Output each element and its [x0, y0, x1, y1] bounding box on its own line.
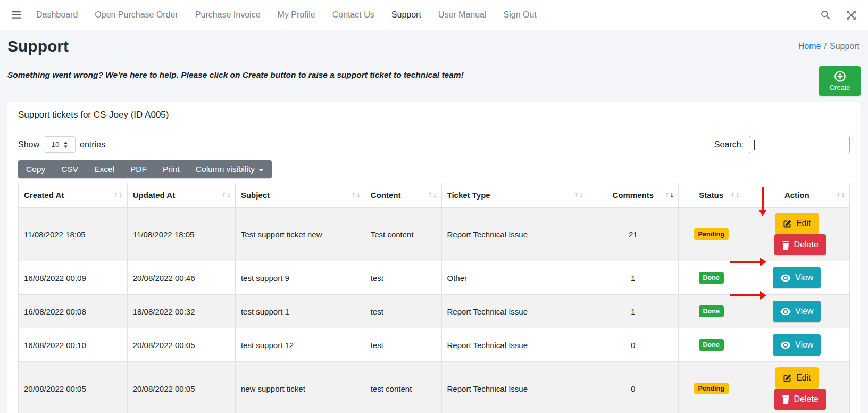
cell-created-at: 16/08/2022 00:10: [19, 328, 128, 362]
cell-status: Pending: [678, 362, 744, 413]
create-button-label: Create: [829, 84, 850, 92]
delete-button[interactable]: Delete: [774, 234, 826, 255]
breadcrumb-separator: /: [824, 42, 827, 51]
edit-button[interactable]: Edit: [775, 367, 819, 389]
nav-item-dashboard[interactable]: Dashboard: [28, 6, 86, 24]
cell-content: test: [365, 295, 441, 328]
intro-message: Something went wrong? We're here to help…: [7, 70, 464, 80]
column-visibility-button[interactable]: Column visibility: [188, 160, 272, 178]
sort-icon: ↑↓: [836, 192, 845, 199]
nav-item-purchase-invoice[interactable]: Purchase Invoice: [187, 6, 269, 24]
cell-subject: new support ticket: [235, 362, 365, 413]
breadcrumb-current: Support: [830, 42, 859, 51]
sort-icon: ↑↓: [427, 192, 437, 199]
export-csv-button[interactable]: CSV: [53, 160, 86, 178]
cell-status: Done: [678, 295, 744, 328]
create-button[interactable]: Create: [819, 66, 861, 96]
column-header-created-at[interactable]: Created At↑↓: [19, 183, 128, 208]
export-copy-button[interactable]: Copy: [18, 160, 53, 178]
cell-comments: 0: [588, 328, 678, 362]
cell-ticket-type: Report Technical Issue: [441, 328, 588, 362]
nav-item-contact-us[interactable]: Contact Us: [324, 6, 383, 24]
search-label: Search:: [714, 140, 744, 150]
breadcrumb-home-link[interactable]: Home: [798, 42, 821, 51]
cell-status: Done: [678, 261, 744, 295]
cell-ticket-type: Report Technical Issue: [441, 362, 588, 413]
breadcrumb: Home/Support: [798, 42, 859, 51]
hamburger-menu-icon[interactable]: [5, 7, 28, 23]
cell-status: Done: [678, 328, 744, 362]
view-button[interactable]: View: [773, 301, 821, 322]
entries-select-value: 10: [52, 141, 60, 148]
nav-item-sign-out[interactable]: Sign Out: [495, 6, 545, 24]
cell-action: View: [744, 295, 850, 328]
column-header-comments[interactable]: Comments↑↓: [588, 183, 678, 208]
cell-comments: 0: [588, 362, 678, 413]
sort-icon: ↑↓: [113, 192, 123, 199]
column-header-content[interactable]: Content↑↓: [365, 183, 441, 208]
status-badge: Done: [699, 272, 724, 284]
caret-down-icon: [258, 169, 264, 171]
status-badge: Done: [699, 339, 724, 351]
cell-action: View: [744, 328, 850, 362]
export-print-button[interactable]: Print: [155, 160, 188, 178]
ticket-row: 16/08/2022 00:0818/08/2022 00:32test sup…: [19, 295, 850, 328]
column-header-status[interactable]: Status↑↓: [678, 183, 744, 208]
ticket-row: 16/08/2022 00:0920/08/2022 00:46test sup…: [19, 261, 850, 295]
cell-ticket-type: Report Technical Issue: [441, 208, 588, 261]
trash-icon: [782, 241, 790, 250]
entries-per-page-select[interactable]: 10: [44, 136, 76, 153]
search-input[interactable]: [749, 136, 850, 153]
cell-created-at: 11/08/2022 18:05: [19, 208, 128, 261]
view-button[interactable]: View: [773, 334, 821, 356]
cell-content: test: [365, 328, 441, 362]
column-header-subject[interactable]: Subject↑↓: [235, 183, 365, 208]
cell-content: Test content: [365, 208, 441, 261]
status-badge: Done: [699, 305, 724, 317]
cell-updated-at: 20/08/2022 00:46: [127, 261, 235, 295]
column-header-updated-at[interactable]: Updated At↑↓: [127, 183, 235, 208]
cell-action: EditDelete: [744, 208, 850, 261]
eye-icon: [780, 341, 791, 349]
sort-icon: ↑↓: [573, 192, 583, 199]
ticket-row: 16/08/2022 00:1020/08/2022 00:05test sup…: [19, 328, 850, 362]
support-tickets-table: Created At↑↓Updated At↑↓Subject↑↓Content…: [18, 183, 850, 413]
text-cursor: [754, 140, 755, 150]
delete-button[interactable]: Delete: [774, 389, 826, 410]
cell-content: test: [365, 261, 441, 295]
cell-updated-at: 20/08/2022 00:05: [127, 362, 235, 413]
cell-created-at: 20/08/2022 00:05: [19, 362, 128, 413]
cell-status: Pending: [678, 208, 744, 261]
support-tickets-card: Support tickets for CS-Joey (ID A005) Sh…: [7, 102, 861, 413]
nav-item-open-purchase-order[interactable]: Open Purchase Order: [86, 6, 187, 24]
export-button-group: CopyCSVExcelPDFPrintColumn visibility: [18, 160, 272, 178]
export-excel-button[interactable]: Excel: [86, 160, 122, 178]
edit-button[interactable]: Edit: [775, 213, 819, 234]
cell-ticket-type: Other: [441, 261, 588, 295]
eye-icon: [780, 274, 791, 282]
sort-icon: ↑↓: [730, 192, 739, 199]
nav-item-support[interactable]: Support: [383, 6, 430, 24]
cell-created-at: 16/08/2022 00:08: [19, 295, 128, 328]
column-header-ticket-type[interactable]: Ticket Type↑↓: [441, 183, 588, 208]
page-title: Support: [7, 37, 69, 55]
status-badge: Pending: [694, 228, 729, 240]
edit-pencil-icon: [783, 219, 792, 228]
cell-subject: test support 9: [235, 261, 365, 295]
nav-item-my-profile[interactable]: My Profile: [269, 6, 324, 24]
cell-updated-at: 11/08/2022 18:05: [127, 208, 235, 261]
view-button[interactable]: View: [773, 267, 821, 288]
select-arrows-icon: [63, 142, 68, 148]
cell-comments: 1: [588, 261, 678, 295]
export-pdf-button[interactable]: PDF: [122, 160, 155, 178]
column-header-action[interactable]: Action↑↓: [744, 183, 850, 208]
fullscreen-icon[interactable]: [840, 6, 863, 24]
column-visibility-label: Column visibility: [196, 164, 255, 174]
nav-item-user-manual[interactable]: User Manual: [430, 6, 495, 24]
ticket-row: 11/08/2022 18:0511/08/2022 18:05Test sup…: [19, 208, 850, 261]
cell-action: EditDelete: [744, 362, 850, 413]
search-icon[interactable]: [814, 6, 837, 24]
cell-ticket-type: Report Technical Issue: [441, 295, 588, 328]
main-navigation: DashboardOpen Purchase OrderPurchase Inv…: [28, 6, 545, 24]
status-badge: Pending: [694, 383, 729, 394]
